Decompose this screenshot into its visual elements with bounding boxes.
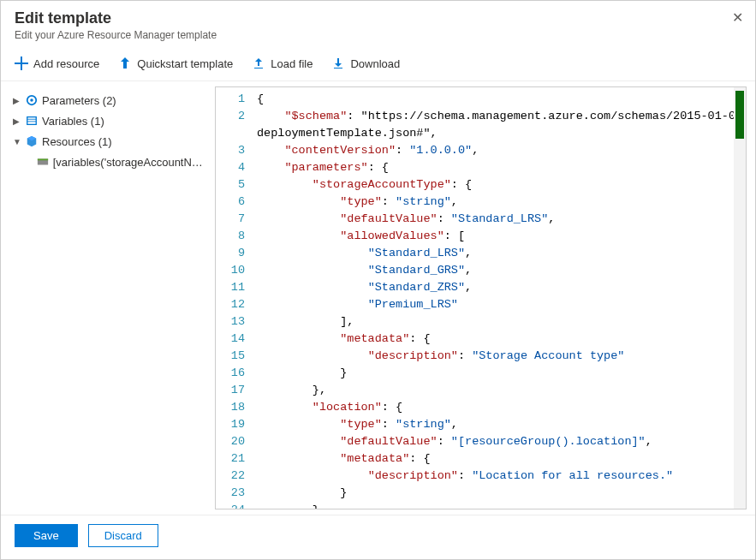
toolbar-label: Load file: [271, 57, 313, 70]
plus-icon: [15, 57, 28, 70]
parameters-icon: [25, 93, 39, 107]
resources-icon: [25, 134, 39, 148]
toolbar: Add resource Quickstart template Load fi…: [1, 48, 755, 81]
discard-button[interactable]: Discard: [88, 524, 158, 547]
toolbar-label: Quickstart template: [137, 57, 233, 70]
tree-item-variables[interactable]: ▶ Variables (1): [6, 110, 210, 131]
svg-point-1: [30, 98, 33, 102]
dialog-title: Edit template: [15, 9, 741, 27]
add-resource-button[interactable]: Add resource: [15, 57, 99, 70]
scrollbar-thumb[interactable]: [735, 91, 744, 139]
main-area: ▶ Parameters (2) ▶ Variables (1) ▼ Resou…: [1, 81, 755, 515]
svg-rect-2: [27, 117, 37, 125]
tree-item-label: Variables (1): [42, 115, 104, 128]
dialog-header: Edit template Edit your Azure Resource M…: [1, 1, 755, 48]
upload-icon: [252, 57, 265, 70]
code-editor[interactable]: 1234567891011121314151617181920212223242…: [215, 86, 747, 509]
chevron-right-icon: ▶: [13, 116, 21, 126]
svg-rect-6: [38, 159, 48, 161]
scrollbar-track[interactable]: [734, 87, 746, 509]
save-button[interactable]: Save: [15, 524, 78, 547]
arrow-up-icon: [118, 57, 132, 70]
toolbar-label: Download: [350, 57, 400, 70]
tree-item-label: [variables('storageAccountNam...: [53, 156, 203, 169]
quickstart-template-button[interactable]: Quickstart template: [118, 57, 233, 70]
storage-icon: [37, 155, 50, 169]
code-content[interactable]: { "$schema": "https://schema.management.…: [252, 87, 746, 509]
toolbar-label: Add resource: [33, 57, 99, 70]
variables-icon: [25, 114, 39, 128]
tree-sidebar: ▶ Parameters (2) ▶ Variables (1) ▼ Resou…: [1, 81, 215, 515]
tree-item-label: Parameters (2): [42, 94, 116, 107]
chevron-down-icon: ▼: [13, 137, 21, 146]
dialog-footer: Save Discard: [1, 515, 755, 559]
download-button[interactable]: Download: [331, 57, 400, 70]
tree-item-resource-child[interactable]: [variables('storageAccountNam...: [6, 152, 210, 172]
tree-item-resources[interactable]: ▼ Resources (1): [6, 131, 210, 152]
dialog-subtitle: Edit your Azure Resource Manager templat…: [15, 29, 741, 41]
tree-item-parameters[interactable]: ▶ Parameters (2): [6, 90, 210, 110]
download-icon: [331, 57, 345, 70]
close-button[interactable]: ✕: [732, 9, 743, 26]
tree-item-label: Resources (1): [42, 135, 112, 148]
load-file-button[interactable]: Load file: [252, 57, 313, 70]
line-gutter: 1234567891011121314151617181920212223242…: [216, 87, 252, 509]
close-icon: ✕: [732, 10, 743, 25]
chevron-right-icon: ▶: [13, 96, 21, 105]
